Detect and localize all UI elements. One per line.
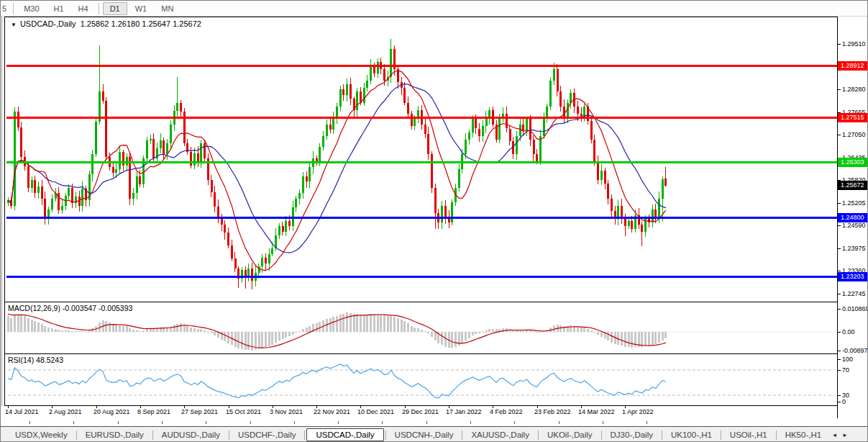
trading-terminal-window: 5 M30 H1 H4 D1 W1 MN ▼USDCAD-,Daily 1.25… bbox=[0, 0, 868, 442]
tab-separator bbox=[538, 430, 539, 440]
tab-scroll-arrows: ◂▸ bbox=[833, 431, 846, 438]
tab-separator bbox=[304, 430, 305, 440]
date-tick-mark bbox=[273, 406, 273, 408]
price-axis-tick: 1.22745 bbox=[842, 290, 866, 297]
price-level-badge: 1.26303 bbox=[838, 158, 868, 167]
symbol-tab-audusd[interactable]: AUDUSD-,Daily bbox=[155, 429, 227, 441]
tab-separator bbox=[76, 430, 77, 440]
scroll-tick-mark bbox=[206, 421, 206, 424]
scroll-tick-mark bbox=[426, 421, 427, 424]
date-axis-label: 15 Oct 2021 bbox=[226, 408, 261, 415]
tab-separator bbox=[152, 430, 153, 440]
price-level-badge: 1.23203 bbox=[838, 272, 868, 281]
tab-separator bbox=[721, 430, 721, 440]
macd-axis-tick: 0.00 bbox=[842, 328, 855, 335]
scroll-tick-mark bbox=[514, 421, 515, 424]
date-tick-mark bbox=[96, 406, 97, 408]
date-axis-label: 1 Apr 2022 bbox=[622, 408, 654, 415]
price-level-badge: 1.28912 bbox=[838, 61, 868, 71]
scroll-tick-mark bbox=[250, 421, 251, 424]
price-axis-tick: 1.24590 bbox=[842, 222, 866, 229]
tab-separator bbox=[229, 430, 229, 440]
tabs-scroll-left-icon[interactable]: ◂ bbox=[833, 431, 836, 438]
axis-tick-mark bbox=[838, 402, 841, 402]
chart-dropdown-icon[interactable]: ▼ bbox=[11, 22, 17, 28]
axis-tick-mark bbox=[838, 203, 841, 204]
axis-tick-mark bbox=[838, 44, 841, 45]
rsi-axis-tick: 70 bbox=[842, 366, 849, 374]
date-tick-mark bbox=[140, 406, 141, 408]
candlestick-series bbox=[7, 39, 667, 289]
axis-tick-mark bbox=[838, 135, 841, 135]
date-axis-label: 17 Jan 2022 bbox=[446, 408, 482, 415]
date-tick-mark bbox=[581, 406, 582, 408]
symbol-tab-usoil[interactable]: USOil-,H1 bbox=[723, 429, 775, 441]
scroll-tick-mark bbox=[73, 421, 74, 424]
axis-tick-mark bbox=[838, 370, 841, 371]
tab-separator bbox=[662, 430, 662, 440]
rsi-axis-tick: 0 bbox=[842, 398, 846, 405]
macd-rsi-splitter[interactable] bbox=[5, 353, 868, 354]
date-tick-mark bbox=[8, 406, 9, 408]
tabs-scroll-right-icon[interactable]: ▸ bbox=[844, 431, 847, 438]
price-macd-splitter[interactable] bbox=[5, 302, 868, 302]
symbol-tab-usdchf[interactable]: USDCHF-,Daily bbox=[231, 429, 303, 441]
price-axis-tick: 1.29510 bbox=[842, 40, 866, 48]
date-axis-label: 10 Dec 2021 bbox=[357, 408, 394, 415]
scroll-tick-mark bbox=[294, 421, 295, 424]
date-tick-mark bbox=[360, 406, 361, 408]
scroll-tick-mark bbox=[647, 421, 647, 424]
scroll-tick-mark bbox=[29, 421, 30, 424]
macd-axis-tick: -0.00897 bbox=[842, 347, 868, 354]
symbol-tab-hk50[interactable]: HK50-,H1 bbox=[778, 429, 829, 441]
axis-tick-mark bbox=[838, 309, 841, 310]
price-axis-tick: 1.25205 bbox=[842, 199, 866, 207]
price-level-badge: 1.25672 bbox=[838, 181, 868, 190]
scroll-tick-mark bbox=[162, 421, 163, 424]
symbol-tab-eurusd[interactable]: EURUSD-,Daily bbox=[78, 429, 151, 441]
date-axis-label: 4 Feb 2022 bbox=[490, 408, 523, 415]
date-axis[interactable]: 14 Jul 20212 Aug 202120 Aug 20218 Sep 20… bbox=[1, 406, 837, 418]
axis-tick-mark bbox=[838, 332, 841, 333]
price-axis-tick: 1.28280 bbox=[842, 86, 866, 93]
bar-high-value: 1.26180 bbox=[111, 19, 140, 28]
chart-symbol-label: USDCAD-,Daily bbox=[20, 19, 76, 28]
symbol-tab-xauusd[interactable]: XAUUSD-,Daily bbox=[464, 429, 536, 441]
symbol-tab-dj30[interactable]: DJ30-,Daily bbox=[603, 429, 660, 441]
date-tick-mark bbox=[52, 406, 52, 408]
rsi-line bbox=[8, 364, 666, 398]
rsi-indicator-label: RSI(14) 48.5243 bbox=[8, 356, 63, 364]
date-axis-label: 8 Sep 2021 bbox=[137, 408, 170, 415]
symbol-tab-usdcad[interactable]: USDCAD-,Daily bbox=[306, 428, 383, 441]
date-axis-label: 3 Nov 2021 bbox=[270, 408, 303, 415]
axis-tick-mark bbox=[838, 359, 841, 360]
symbol-tabbar: USDX,WeeklyEURUSD-,DailyAUDUSD-,DailyUSD… bbox=[1, 426, 868, 442]
symbol-tab-uk100[interactable]: UK100-,H1 bbox=[664, 429, 719, 441]
bar-low-value: 1.25647 bbox=[142, 19, 170, 28]
date-axis-label: 29 Dec 2021 bbox=[402, 408, 439, 415]
scroll-tick-mark bbox=[118, 421, 119, 424]
date-tick-mark bbox=[449, 406, 449, 408]
date-axis-label: 27 Sep 2021 bbox=[181, 408, 218, 415]
symbol-tab-usdx[interactable]: USDX,Weekly bbox=[8, 429, 75, 441]
scroll-tick-mark bbox=[382, 421, 383, 424]
scroll-tick-mark bbox=[338, 421, 339, 424]
date-axis-label: 22 Nov 2021 bbox=[314, 408, 350, 415]
symbol-tab-ukoil[interactable]: UKOil-,Daily bbox=[540, 429, 600, 441]
date-tick-mark bbox=[405, 406, 406, 408]
date-axis-label: 14 Mar 2022 bbox=[578, 408, 615, 415]
axis-tick-mark bbox=[838, 395, 841, 396]
tab-separator bbox=[385, 430, 386, 440]
date-tick-mark bbox=[229, 406, 229, 408]
axis-tick-mark bbox=[838, 248, 841, 249]
price-axis-tick: 1.27050 bbox=[842, 131, 866, 138]
rsi-axis-tick: 100 bbox=[842, 356, 853, 363]
price-level-badge: 1.27515 bbox=[838, 113, 868, 122]
date-tick-mark bbox=[493, 406, 493, 408]
axis-tick-mark bbox=[838, 351, 841, 351]
price-level-badge: 1.24800 bbox=[838, 213, 868, 222]
macd-histogram bbox=[7, 312, 667, 350]
chart-canvas[interactable] bbox=[1, 1, 868, 442]
symbol-tab-usdcnh[interactable]: USDCNH-,Daily bbox=[388, 429, 461, 441]
date-axis-label: 23 Feb 2022 bbox=[534, 408, 571, 415]
